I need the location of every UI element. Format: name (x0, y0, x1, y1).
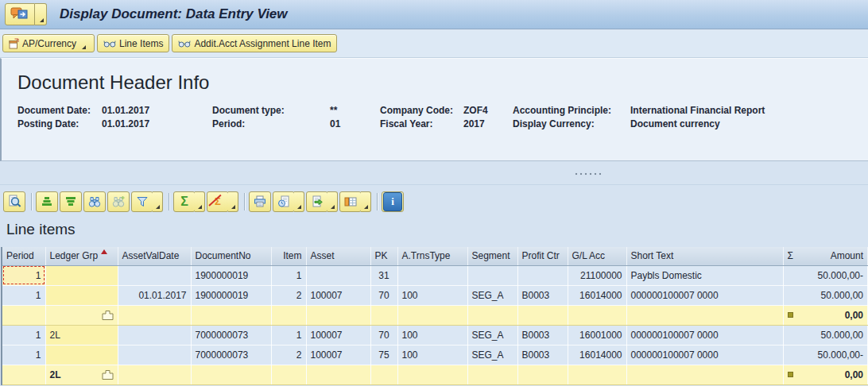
ap-currency-button[interactable]: AP/Currency (2, 34, 95, 52)
cell-amount[interactable]: 50.000,00 (783, 285, 868, 305)
cell-atrnstype[interactable]: 100 (397, 325, 467, 345)
cell-empty[interactable] (271, 365, 306, 384)
cell-empty[interactable] (306, 365, 370, 384)
export-button[interactable] (306, 191, 328, 212)
col-header-assetvaldate[interactable]: AssetValDate (118, 247, 191, 265)
print-preview-dropdown-button[interactable] (294, 191, 304, 212)
system-menu-dropdown-button[interactable] (35, 3, 47, 25)
cell-amount-subtotal[interactable]: 0,00 (783, 305, 868, 325)
cell-documentno[interactable]: 7000000073 (191, 345, 271, 365)
cell-empty[interactable] (467, 305, 517, 325)
cell-empty[interactable] (397, 365, 467, 384)
system-menu-button[interactable] (5, 3, 35, 25)
cell-atrnstype[interactable]: 100 (397, 345, 467, 365)
col-header-period[interactable]: Period (2, 247, 45, 265)
cell-profit-ctr[interactable]: B0003 (517, 345, 568, 365)
cell-short-text[interactable]: Paybls Domestic (626, 265, 783, 285)
cell-empty[interactable] (397, 305, 467, 325)
col-header-asset[interactable]: Asset (306, 247, 370, 265)
drilldown-icon[interactable] (102, 311, 114, 320)
cell-assetvaldate[interactable] (118, 325, 191, 345)
cell-amount[interactable]: 50.000,00 (783, 325, 868, 345)
total-dropdown-button[interactable] (195, 191, 205, 212)
cell-profit-ctr[interactable]: B0003 (517, 325, 568, 345)
subtotal-dropdown-button[interactable] (228, 191, 238, 212)
cell-period[interactable]: 1 (2, 345, 45, 365)
col-header-atrnstype[interactable]: A.TrnsType (397, 247, 467, 265)
cell-empty[interactable] (191, 305, 271, 325)
set-filter-button[interactable] (131, 191, 153, 212)
cell-item[interactable]: 1 (271, 325, 306, 345)
total-button[interactable]: Σ (173, 191, 196, 212)
col-header-segment[interactable]: Segment (467, 247, 517, 265)
cell-assetvaldate[interactable]: 01.01.2017 (118, 285, 191, 305)
cell-short-text[interactable]: 000000100007 0000 (626, 345, 783, 365)
col-header-documentno[interactable]: DocumentNo (191, 247, 271, 265)
subtotal-button[interactable]: Σ (207, 191, 229, 212)
cell-ledger-grp-subtotal[interactable]: 2L (45, 365, 118, 384)
cell-profit-ctr[interactable]: B0003 (517, 285, 568, 305)
cell-profit-ctr[interactable] (517, 265, 568, 285)
cell-segment[interactable]: SEG_A (467, 285, 517, 305)
cell-gl-acc[interactable]: 21100000 (568, 265, 626, 285)
cell-asset[interactable] (306, 265, 370, 285)
cell-pk[interactable]: 31 (370, 265, 397, 285)
cell-segment[interactable]: SEG_A (467, 345, 517, 365)
cell-assetvaldate[interactable] (118, 345, 191, 365)
cell-ledger-grp[interactable] (45, 265, 118, 285)
cell-documentno[interactable]: 7000000073 (191, 325, 271, 345)
cell-ledger-grp[interactable] (45, 345, 118, 365)
cell-empty[interactable] (271, 305, 306, 325)
cell-empty[interactable] (118, 365, 191, 384)
col-header-amount[interactable]: Σ Amount (783, 247, 868, 265)
line-items-button[interactable]: Line Items (97, 34, 169, 52)
print-button[interactable] (249, 191, 271, 212)
cell-asset[interactable]: 100007 (306, 285, 370, 305)
filter-dropdown-button[interactable] (153, 191, 163, 212)
col-header-pk[interactable]: PK (370, 247, 397, 265)
sort-descending-button[interactable] (60, 191, 82, 212)
cell-amount[interactable]: 50.000,00- (783, 265, 868, 285)
cell-empty[interactable] (191, 365, 271, 384)
cell-gl-acc[interactable]: 16001000 (568, 325, 626, 345)
cell-asset[interactable]: 100007 (306, 325, 370, 345)
cell-period[interactable] (2, 365, 45, 384)
ap-currency-dropdown[interactable] (79, 35, 88, 52)
col-header-ledger-grp[interactable]: Ledger Grp (45, 247, 118, 265)
cell-pk[interactable]: 75 (370, 345, 397, 365)
choose-layout-dropdown-button[interactable] (361, 191, 371, 212)
cell-pk[interactable]: 70 (370, 285, 397, 305)
choose-layout-button[interactable] (339, 191, 362, 212)
cell-ledger-grp[interactable]: 2L (45, 325, 118, 345)
cell-ledger-grp[interactable] (45, 285, 118, 305)
cell-short-text[interactable]: 000000100007 0000 (626, 325, 783, 345)
cell-empty[interactable] (568, 365, 626, 384)
cell-documentno[interactable]: 1900000019 (191, 265, 271, 285)
cell-period[interactable]: 1 (2, 325, 45, 345)
information-button[interactable]: i (382, 191, 404, 212)
drilldown-icon[interactable] (102, 370, 114, 380)
cell-item[interactable]: 2 (271, 345, 306, 365)
splitter-handle[interactable] (574, 172, 601, 176)
print-preview-button[interactable] (273, 191, 295, 212)
cell-empty[interactable] (517, 305, 568, 325)
col-header-gl-acc[interactable]: G/L Acc (568, 247, 626, 265)
cell-empty[interactable] (118, 305, 191, 325)
cell-period[interactable] (2, 305, 45, 325)
cell-short-text[interactable]: 000000100007 0000 (626, 285, 783, 305)
cell-asset[interactable]: 100007 (306, 345, 370, 365)
details-button[interactable] (3, 191, 25, 212)
cell-pk[interactable]: 70 (370, 325, 397, 345)
cell-empty[interactable] (517, 365, 568, 384)
cell-item[interactable]: 2 (271, 285, 306, 305)
cell-period[interactable]: 1 (2, 285, 45, 305)
find-next-button[interactable] (107, 191, 130, 212)
cell-period-selected[interactable]: 1 (2, 265, 45, 285)
cell-gl-acc[interactable]: 16014000 (568, 285, 626, 305)
col-header-profit-ctr[interactable]: Profit Ctr (517, 247, 568, 265)
sort-ascending-button[interactable] (36, 191, 58, 212)
cell-empty[interactable] (568, 305, 626, 325)
export-dropdown-button[interactable] (327, 191, 338, 212)
cell-atrnstype[interactable]: 100 (397, 285, 467, 305)
cell-empty[interactable] (467, 365, 517, 384)
